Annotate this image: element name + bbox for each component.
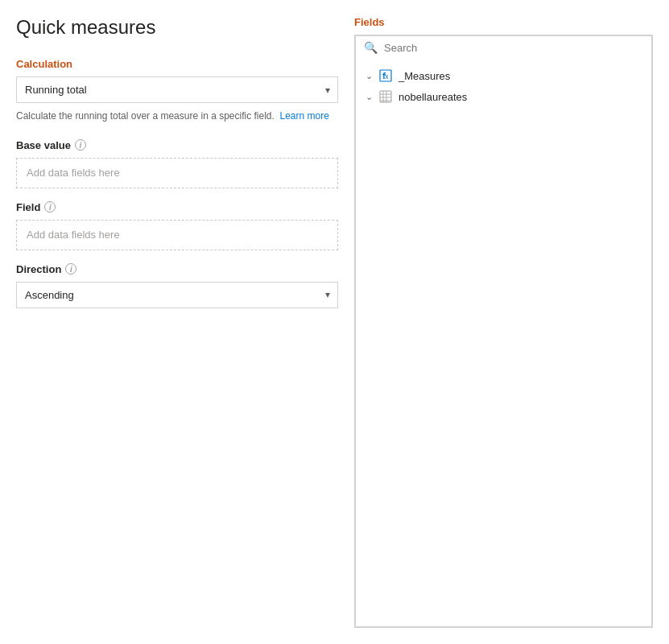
learn-more-link[interactable]: Learn more — [280, 110, 329, 122]
field-drop-zone[interactable]: Add data fields here — [16, 220, 338, 250]
direction-select[interactable]: Ascending Descending — [16, 282, 338, 308]
field-section: Field i Add data fields here — [16, 201, 338, 250]
measures-calc-icon: f x — [379, 69, 392, 82]
base-value-placeholder-text: Add data fields here — [27, 167, 120, 179]
search-box[interactable]: 🔍 — [355, 35, 652, 59]
base-value-drop-zone[interactable]: Add data fields here — [16, 158, 338, 188]
calculation-select[interactable]: Running total Rolling average YTD total … — [16, 76, 338, 103]
nobellaureates-chevron-icon: ⌄ — [365, 92, 373, 102]
direction-info-icon[interactable]: i — [65, 263, 76, 275]
field-item-measures[interactable]: ⌄ f x _Measures — [356, 65, 651, 86]
page-title: Quick measures — [16, 16, 338, 39]
nobellaureates-label: nobellaureates — [399, 91, 467, 103]
fields-container: 🔍 ⌄ f x _Measures — [354, 35, 653, 628]
calculation-label: Calculation — [16, 58, 338, 70]
calculation-select-wrapper: Running total Rolling average YTD total … — [16, 76, 338, 103]
base-value-label: Base value i — [16, 139, 338, 151]
field-placeholder-text: Add data fields here — [27, 229, 120, 241]
measures-chevron-icon: ⌄ — [365, 71, 373, 81]
direction-label: Direction i — [16, 263, 338, 275]
field-label: Field i — [16, 201, 338, 213]
nobellaureates-table-icon — [379, 90, 392, 103]
base-value-section: Base value i Add data fields here — [16, 139, 338, 188]
fields-list: ⌄ f x _Measures ⌄ — [355, 59, 652, 627]
base-value-info-icon[interactable]: i — [75, 139, 86, 151]
direction-section: Direction i Ascending Descending ▾ — [16, 263, 338, 315]
svg-text:x: x — [385, 73, 389, 80]
field-info-icon[interactable]: i — [44, 201, 56, 213]
search-input[interactable] — [384, 42, 643, 54]
measures-label: _Measures — [399, 70, 450, 82]
calculation-description: Calculate the running total over a measu… — [16, 109, 338, 123]
direction-select-wrapper: Ascending Descending ▾ — [16, 282, 338, 308]
search-icon: 🔍 — [364, 41, 378, 54]
fields-title: Fields — [354, 16, 653, 28]
field-item-nobellaureates[interactable]: ⌄ nobellaureates — [356, 86, 651, 107]
